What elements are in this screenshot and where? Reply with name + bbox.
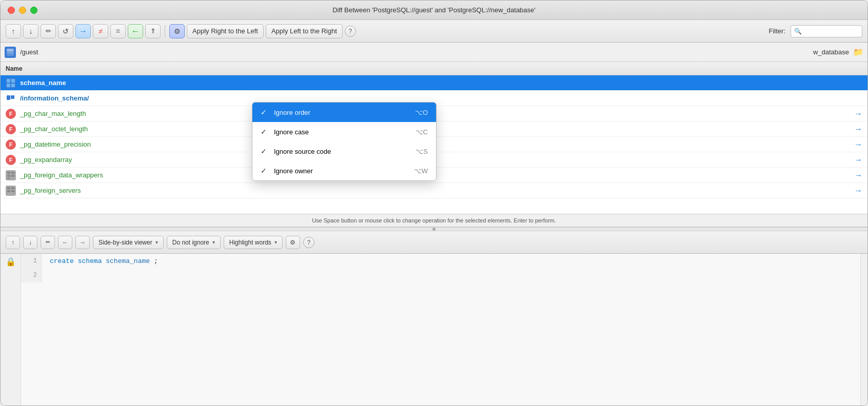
bottom-edit-button[interactable]: ✏	[41, 236, 55, 249]
resize-handle[interactable]	[1, 227, 867, 231]
svg-rect-12	[7, 172, 10, 174]
check-icon: ✓	[261, 128, 269, 136]
svg-rect-0	[7, 49, 14, 51]
function-icon: F	[6, 109, 16, 119]
svg-rect-16	[7, 178, 10, 179]
file-name: _pg_foreign_servers	[20, 187, 850, 194]
bottom-left-button[interactable]: ←	[58, 236, 72, 249]
folder-icon: 📁	[853, 47, 863, 57]
menu-item-label: Ignore order	[274, 109, 410, 116]
svg-rect-3	[7, 79, 10, 83]
left-path: /guest	[20, 48, 38, 56]
keyword-create: create	[50, 257, 74, 265]
filter-input[interactable]: 🔍	[791, 25, 862, 37]
svg-rect-18	[11, 187, 14, 189]
viewer-dropdown[interactable]: Side-by-side viewer ▾	[93, 236, 164, 249]
svg-rect-17	[7, 187, 10, 189]
function-icon: F	[6, 155, 16, 165]
apply-left-button[interactable]: Apply Left to the Right	[266, 24, 343, 38]
table-icon	[6, 186, 16, 196]
status-text: Use Space button or mouse click to chang…	[312, 217, 556, 224]
function-icon: F	[6, 139, 16, 150]
check-icon: ✓	[261, 167, 269, 175]
svg-rect-15	[11, 175, 14, 177]
bottom-gear-button[interactable]: ⚙	[286, 236, 300, 249]
status-bar: Use Space button or mouse click to chang…	[1, 214, 867, 227]
schema-icon	[6, 78, 16, 88]
left-arrow-green-button[interactable]: ←	[128, 24, 143, 38]
menu-shortcut: ⌥S	[416, 148, 428, 155]
not-equal-button[interactable]: ≠	[93, 24, 108, 38]
menu-item-ignore-case[interactable]: ✓ Ignore case ⌥C	[252, 122, 436, 141]
svg-rect-2	[7, 54, 14, 56]
right-path: w_database	[813, 48, 849, 56]
main-window: Diff Between 'PostgreSQL://guest' and 'P…	[0, 0, 868, 406]
table-row[interactable]: _pg_foreign_servers →	[1, 183, 867, 198]
menu-shortcut: ⌥O	[415, 109, 428, 116]
path-bar: /guest w_database 📁	[1, 43, 867, 62]
svg-rect-20	[11, 190, 14, 192]
chevron-down-icon: ▾	[212, 239, 215, 245]
menu-shortcut: ⌥W	[414, 167, 428, 175]
code-line: 1 create schema schema_name ;	[21, 254, 860, 268]
vertical-scrollbar[interactable]	[860, 254, 867, 405]
right-arrow-button[interactable]: →	[75, 24, 91, 38]
code-content: create schema schema_name ;	[42, 257, 158, 265]
code-line-2: 2	[21, 268, 860, 282]
svg-rect-11	[11, 96, 14, 99]
arrow-icon: →	[854, 140, 862, 149]
bottom-up-button[interactable]: ↑	[6, 236, 20, 249]
keyword-schema: schema	[78, 257, 102, 265]
code-area: 1 create schema schema_name ; 2	[21, 254, 860, 282]
svg-rect-4	[11, 79, 15, 83]
arrow-icon: →	[854, 186, 862, 195]
left-db-icon	[5, 47, 16, 58]
table-row[interactable]: schema_name	[1, 75, 867, 91]
viewer-label: Side-by-side viewer	[98, 239, 152, 246]
close-button[interactable]	[8, 7, 15, 14]
line-number-2: 2	[21, 268, 42, 282]
edit-button[interactable]: ✏	[41, 24, 56, 38]
svg-rect-14	[7, 175, 10, 177]
ignore-label: Do not ignore	[172, 239, 209, 246]
traffic-lights	[8, 7, 37, 14]
main-toolbar: ↑ ↓ ✏ ↺ → ≠ = ← ⇑ ⚙ Apply Right to the L…	[1, 20, 867, 43]
separator-1	[165, 25, 165, 37]
highlight-dropdown[interactable]: Highlight words ▾	[224, 236, 283, 249]
bottom-down-button[interactable]: ↓	[23, 236, 37, 249]
ignore-dropdown[interactable]: Do not ignore ▾	[167, 236, 221, 249]
menu-item-ignore-source[interactable]: ✓ Ignore source code ⌥S	[252, 141, 436, 161]
chevron-down-icon: ▾	[274, 239, 277, 245]
filter-label: Filter:	[769, 27, 786, 35]
menu-item-ignore-owner[interactable]: ✓ Ignore owner ⌥W	[252, 161, 436, 180]
svg-rect-9	[7, 97, 10, 100]
gear-button[interactable]: ⚙	[169, 24, 185, 38]
svg-rect-6	[11, 84, 15, 87]
function-icon: F	[6, 124, 16, 134]
bottom-right-button[interactable]: →	[75, 236, 90, 249]
help-button[interactable]: ?	[345, 26, 356, 37]
down-button[interactable]: ↓	[23, 24, 38, 38]
menu-item-label: Ignore case	[274, 128, 410, 136]
table-icon	[6, 170, 16, 180]
arrow-icon: →	[854, 109, 862, 118]
bottom-toolbar: ↑ ↓ ✏ ← → Side-by-side viewer ▾ Do not i…	[1, 231, 867, 254]
maximize-button[interactable]	[30, 7, 37, 14]
minimize-button[interactable]	[19, 7, 26, 14]
main-content: schema_name /information_schema/ F	[1, 75, 867, 227]
svg-rect-1	[7, 51, 14, 54]
check-icon: ✓	[261, 147, 269, 155]
equals-button[interactable]: =	[110, 24, 126, 38]
column-header: Name	[1, 62, 867, 75]
lock-icon: 🔒	[6, 257, 16, 267]
menu-item-label: Ignore source code	[274, 148, 410, 155]
apply-right-button[interactable]: Apply Right to the Left	[187, 24, 264, 38]
window-title: Diff Between 'PostgreSQL://guest' and 'P…	[332, 6, 536, 14]
menu-item-ignore-order[interactable]: ✓ Ignore order ⌥O	[252, 103, 436, 122]
bottom-help-button[interactable]: ?	[303, 237, 314, 248]
check-icon: ✓	[261, 108, 269, 116]
refresh-button[interactable]: ↺	[58, 24, 73, 38]
up-double-button[interactable]: ⇑	[145, 24, 161, 38]
search-icon: 🔍	[794, 28, 802, 35]
up-button[interactable]: ↑	[6, 24, 21, 38]
